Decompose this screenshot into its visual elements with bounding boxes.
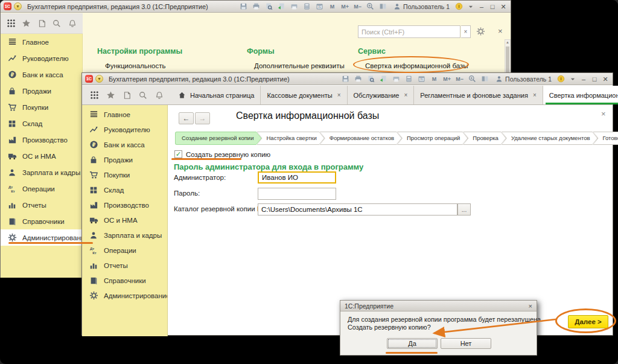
titlebar-dropdown-icon[interactable] [568,74,577,83]
zoom-icon[interactable] [366,2,375,11]
sidebar-item-book[interactable]: Справочники [82,273,167,288]
sidebar-item-gear[interactable]: Администрирование [1,229,82,246]
history-scroll-icon[interactable] [37,18,47,28]
administrator-field[interactable] [258,171,336,184]
page-close-icon[interactable]: × [601,109,606,118]
save-icon[interactable] [239,2,248,11]
calendar-icon[interactable]: 31 [315,2,324,11]
scrollbar-up-icon[interactable]: ▲ [505,40,510,44]
notifications-bell-icon[interactable] [154,90,164,100]
tab-close-icon[interactable]: × [404,92,407,98]
memory-m-minus-icon[interactable]: M− [353,2,362,11]
sidebar-item-ruble-circle[interactable]: ₽Банк и касса [1,66,82,83]
info-icon[interactable]: i [454,2,464,11]
sidebar-item-person[interactable]: Зарплата и кадры [82,228,167,243]
user-chip[interactable]: Пользователь 1 [494,74,552,83]
main-menu-dropdown-icon[interactable]: ▼ [95,75,103,83]
tab-close-icon[interactable]: × [533,92,537,98]
sidebar-item-menu-lines[interactable]: Главное [1,34,82,50]
sidebar-item-dt-kt[interactable]: ДтКтОперации [82,243,167,258]
settings-gear-icon[interactable] [476,27,485,36]
send-document-icon[interactable] [379,74,388,83]
info-icon[interactable]: i [556,74,565,83]
sidebar-item-shopping-cart[interactable]: Покупки [82,167,167,182]
sidebar-item-factory[interactable]: Производство [1,132,82,148]
tab-maintenance[interactable]: Обслуживание × [348,86,415,104]
sidebar-item-gear[interactable]: Администрирование [82,288,167,303]
sidebar-item-person[interactable]: Зарплата и кадры [1,164,82,180]
tab-infobase-rollup[interactable]: Свертка информационной базы × [543,86,618,104]
maximize-button[interactable]: □ [488,2,497,11]
print-icon[interactable] [354,74,363,83]
history-scroll-icon[interactable] [122,90,132,100]
search-input[interactable] [358,25,460,38]
user-chip[interactable]: Пользователь 1 [392,2,450,11]
nav-back-button[interactable]: ← [179,112,194,124]
titlebar-dropdown-icon[interactable] [466,2,475,11]
sidebar-item-book[interactable]: Справочники [1,213,82,229]
sidebar-item-bar-chart[interactable]: Отчеты [1,197,82,213]
yes-button[interactable]: Да [387,338,438,349]
sidebar-item-ruble-circle[interactable]: ₽Банк и касса [82,137,167,152]
sidebar-item-warehouse-grid[interactable]: Склад [82,182,167,197]
link-functionality[interactable]: Функциональность [105,62,166,69]
print-settings-icon[interactable] [290,2,299,11]
save-icon[interactable] [341,74,350,83]
split-view-icon[interactable] [378,2,387,11]
print-preview-icon[interactable] [264,2,273,11]
calculator-icon[interactable] [302,2,311,11]
tab-cash-documents[interactable]: Кассовые документы × [261,86,347,104]
sidebar-item-truck[interactable]: ОС и НМА [82,212,167,228]
sidebar-item-trend-chart[interactable]: Руководителю [1,50,82,66]
sidebar-item-sales-bag[interactable]: Продажи [82,152,167,167]
maximize-button[interactable]: □ [590,75,599,83]
main-menu-dropdown-icon[interactable]: ▼ [14,2,22,10]
memory-m-plus-icon[interactable]: M+ [442,74,451,83]
sidebar-item-bar-chart[interactable]: Отчеты [82,258,167,273]
no-button[interactable]: Нет [441,338,491,349]
notifications-bell-icon[interactable] [67,18,77,28]
backup-dir-field[interactable] [258,203,457,216]
minimize-button[interactable]: – [579,75,588,83]
search-icon[interactable] [138,90,148,100]
sidebar-item-sales-bag[interactable]: Продажи [1,83,82,99]
browse-button[interactable]: ... [457,203,471,216]
minimize-button[interactable]: – [477,2,486,11]
favorites-star-icon[interactable] [106,90,116,100]
next-button[interactable]: Далее > [568,315,608,328]
panel-close-icon[interactable]: × [498,27,503,36]
tab-home[interactable]: Начальная страница [171,86,261,104]
favorites-star-icon[interactable] [21,18,31,28]
close-button[interactable]: ✕ [601,75,610,83]
split-view-icon[interactable] [480,74,489,83]
password-field[interactable] [258,188,336,200]
memory-m-icon[interactable]: M [430,74,439,83]
link-additional-attributes[interactable]: Дополнительные реквизиты [254,62,345,69]
create-backup-checkbox[interactable]: ✓ [174,150,182,158]
apps-menu-icon[interactable] [89,90,100,100]
memory-m-plus-icon[interactable]: M+ [340,2,349,11]
sidebar-item-warehouse-grid[interactable]: Склад [1,115,82,132]
tab-scheduled-jobs[interactable]: Регламентные и фоновые задания × [414,86,543,104]
sidebar-item-menu-lines[interactable]: Главное [82,107,167,122]
send-document-icon[interactable] [277,2,286,11]
calendar-icon[interactable]: 31 [417,74,426,83]
dialog-close-icon[interactable]: × [529,302,532,310]
sidebar-item-truck[interactable]: ОС и НМА [1,148,82,164]
nav-forward-button[interactable]: → [195,112,210,124]
print-icon[interactable] [252,2,261,11]
link-infobase-rollup[interactable]: Свертка информационной базы [365,62,468,69]
search-icon[interactable] [52,18,62,28]
calculator-icon[interactable] [404,74,413,83]
search-clear-button[interactable]: × [461,25,471,38]
memory-m-icon[interactable]: M [328,2,337,11]
apps-menu-icon[interactable] [6,18,16,28]
print-preview-icon[interactable] [366,74,375,83]
print-settings-icon[interactable] [392,74,401,83]
sidebar-item-dt-kt[interactable]: ДтКтОперации [1,180,82,197]
memory-m-minus-icon[interactable]: M− [455,74,464,83]
tab-close-icon[interactable]: × [337,92,341,98]
sidebar-item-trend-chart[interactable]: Руководителю [82,122,167,137]
close-button[interactable]: ✕ [499,2,508,11]
sidebar-item-factory[interactable]: Производство [82,197,167,212]
